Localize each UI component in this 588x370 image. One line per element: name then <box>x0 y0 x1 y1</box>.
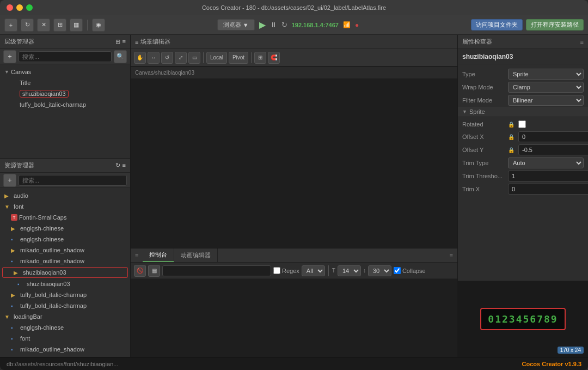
font-icon: T <box>332 268 335 274</box>
fontin-icon: T <box>11 214 17 221</box>
asset-shuzi-folder[interactable]: ▶ shuzibiaoqian03 <box>2 267 128 278</box>
pause-button[interactable]: ⏸ <box>270 21 277 29</box>
hierarchy-search-icon[interactable]: 🔍 <box>114 50 127 63</box>
console-search-input[interactable] <box>162 265 271 276</box>
english-img-label: englgsh-chinese <box>20 236 64 242</box>
asset-mikado-img[interactable]: ▪ mikado_outline_shadow <box>0 256 130 266</box>
layout-button[interactable]: ▦ <box>70 19 83 32</box>
tool-rect[interactable]: ▭ <box>188 52 200 64</box>
browser-label: 浏览器 <box>223 21 241 29</box>
tool-local[interactable]: Local <box>206 52 227 64</box>
window-controls[interactable] <box>7 4 33 11</box>
filtermode-value: Bilinear <box>508 95 584 106</box>
filtermode-select[interactable]: Bilinear <box>508 95 584 106</box>
asset-shuzi-img[interactable]: ▪ shuzibiaoqian03 <box>0 278 130 289</box>
inspector-content: Type Sprite Wrap Mode Clamp Filter Mod <box>458 64 588 281</box>
trimthresh-input[interactable] <box>508 171 588 181</box>
type-select[interactable]: Sprite <box>508 69 584 80</box>
line-height-select[interactable]: 30 <box>368 265 391 276</box>
asset-loading-folder[interactable]: ▼ loadingBar <box>0 311 130 322</box>
mikado-folder-icon: ▶ <box>11 247 19 253</box>
top-toolbar: + ↻ ✕ ⊞ ▦ ◉ 浏览器 ▼ ▶ ⏸ ↻ 192.168.1.4:7467… <box>0 15 588 35</box>
asset-loading-en[interactable]: ▪ englgsh-chinese <box>0 322 130 333</box>
play-button[interactable]: ▶ <box>259 20 266 30</box>
asset-english-chinese-folder[interactable]: ▶ englgsh-chinese <box>0 223 130 234</box>
console-sep <box>328 265 329 276</box>
add-button[interactable]: + <box>4 19 17 32</box>
assets-icon-2[interactable]: ≡ <box>122 162 126 169</box>
grid-button[interactable]: ⊞ <box>53 19 66 32</box>
assets-icon-1[interactable]: ↻ <box>115 162 120 169</box>
shuzi-folder-label: shuzibiaoqian03 <box>23 269 66 276</box>
font-size-select[interactable]: 14 <box>338 265 361 276</box>
asset-loading-mikado[interactable]: ▪ mikado_outline_shadow <box>0 344 130 355</box>
inspector-menu-icon[interactable]: ≡ <box>580 39 584 45</box>
scene-title: 场景编辑器 <box>140 38 170 46</box>
hierarchy-icon-1[interactable]: ⊞ <box>115 38 120 45</box>
window-title: Cocos Creator - 180 - db:/assets/cases/0… <box>202 4 386 11</box>
visit-project-button[interactable]: 访问项目文件夹 <box>471 19 523 31</box>
asset-english-chinese-img[interactable]: ▪ englgsh-chinese <box>0 234 130 245</box>
step-button[interactable]: ↻ <box>281 21 287 29</box>
tool-pivot[interactable]: Pivot <box>229 52 248 64</box>
hierarchy-search-input[interactable] <box>19 51 112 62</box>
asset-fontin[interactable]: T Fontin-SmallCaps <box>0 212 130 223</box>
collapse-text: Collapse <box>402 268 426 274</box>
snap-icon[interactable]: 🧲 <box>268 52 280 64</box>
grid-icon[interactable]: ⊞ <box>254 52 266 64</box>
refresh-button[interactable]: ↻ <box>21 19 34 32</box>
assets-header-icons[interactable]: ↻ ≡ <box>115 162 126 169</box>
canvas-label: Canvas <box>11 69 31 75</box>
tab-animation[interactable]: 动画编辑器 <box>174 248 218 262</box>
tool-move[interactable]: ↔ <box>148 52 160 64</box>
asset-font-folder[interactable]: ▼ font <box>0 201 130 212</box>
trimthresh-label: Trim Thresho... <box>462 173 506 179</box>
browser-button[interactable]: 浏览器 ▼ <box>217 19 255 31</box>
wrapmode-select[interactable]: Clamp <box>508 82 584 93</box>
tree-item-canvas[interactable]: ▼ Canvas <box>0 66 130 77</box>
sprite-section-header[interactable]: ▼ Sprite <box>458 107 588 117</box>
maximize-button[interactable] <box>26 4 33 11</box>
console-filter-btn[interactable]: ▦ <box>148 265 160 277</box>
offsetx-input[interactable] <box>518 131 588 142</box>
tool-scale[interactable]: ⤢ <box>175 52 187 64</box>
tree-item-shuzi03[interactable]: shuzibiaoqian03 <box>0 88 130 99</box>
offsetx-lock-icon[interactable]: 🔒 <box>508 134 514 140</box>
trimx-input[interactable] <box>508 184 588 195</box>
hierarchy-icon-2[interactable]: ≡ <box>122 38 126 45</box>
asset-loading-font[interactable]: ▪ font <box>0 333 130 344</box>
scene-button[interactable]: ◉ <box>92 19 105 32</box>
offsety-lock-icon[interactable]: 🔒 <box>508 147 514 153</box>
tree-item-title[interactable]: Title <box>0 77 130 88</box>
tuffy-label: tuffy_bold_italic-charmap <box>20 101 86 108</box>
minimize-button[interactable] <box>16 4 23 11</box>
all-select[interactable]: All <box>302 265 325 276</box>
tool-rotate[interactable]: ↺ <box>161 52 173 64</box>
tool-hand[interactable]: ✋ <box>134 52 146 64</box>
tree-item-tuffy[interactable]: tuffy_bold_italic-charmap <box>0 99 130 110</box>
console-menu-icon: ≡ <box>131 252 143 259</box>
asset-mikado-folder[interactable]: ▶ mikado_outline_shadow <box>0 245 130 256</box>
bottom-center-panel: ≡ 控制台 动画编辑器 ≡ 🚫 ▦ Regex All <box>131 248 457 357</box>
rotated-lock-icon[interactable]: 🔒 <box>508 122 514 128</box>
loading-font-label: font <box>20 335 30 342</box>
console-header-icon: ≡ <box>445 252 457 259</box>
loading-folder-icon: ▼ <box>4 314 12 320</box>
console-clear-btn[interactable]: 🚫 <box>134 265 146 277</box>
asset-tuffy-img[interactable]: ▪ tuffy_bold_italic-charmap <box>0 300 130 311</box>
hierarchy-header-icons[interactable]: ⊞ ≡ <box>115 38 126 45</box>
assets-search-input[interactable] <box>19 175 127 186</box>
close-button[interactable] <box>7 4 13 11</box>
asset-audio[interactable]: ▶ audio <box>0 190 130 201</box>
collapse-checkbox[interactable] <box>394 267 401 274</box>
close-scene-button[interactable]: ✕ <box>37 19 50 32</box>
open-program-button[interactable]: 打开程序安装路径 <box>526 19 584 31</box>
regex-checkbox[interactable] <box>273 267 280 274</box>
asset-tuffy-folder[interactable]: ▶ tuffy_bold_italic-charmap <box>0 289 130 300</box>
assets-add-button[interactable]: + <box>3 174 16 187</box>
tab-console[interactable]: 控制台 <box>143 248 174 262</box>
offsety-input[interactable] <box>518 144 588 155</box>
hierarchy-add-button[interactable]: + <box>3 50 16 63</box>
rotated-checkbox[interactable] <box>518 120 526 128</box>
trimtype-select[interactable]: Auto <box>508 157 584 168</box>
